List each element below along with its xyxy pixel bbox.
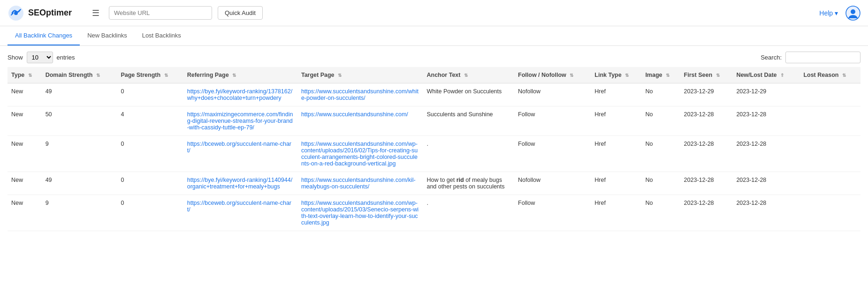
cell-link-type: Href [591, 83, 641, 106]
user-avatar-icon[interactable] [845, 6, 860, 21]
th-image[interactable]: Image ⇅ [641, 67, 680, 83]
sort-icon-type: ⇅ [28, 73, 32, 78]
table-controls: Show 10 25 50 100 entries Search: [0, 46, 868, 67]
svg-point-3 [851, 9, 855, 14]
cell-referring-page: https://bceweb.org/succulent-name-chart/ [183, 195, 297, 231]
sort-icon-linktype: ⇅ [625, 73, 629, 78]
link-target-page[interactable]: https://www.succulentsandsunshine.com/wh… [301, 88, 419, 101]
cell-follow-nofollow: Follow [514, 106, 591, 136]
cell-new-lost-date: 2023-12-28 [732, 136, 799, 172]
table-row: New90https://bceweb.org/succulent-name-c… [8, 136, 860, 172]
entries-label: entries [57, 54, 75, 61]
header-right: Help ▾ [819, 6, 860, 21]
link-target-page[interactable]: https://www.succulentsandsunshine.com/ [301, 111, 408, 118]
th-follow-nofollow[interactable]: Follow / Nofollow ⇅ [514, 67, 591, 83]
cell-new-lost-date: 2023-12-29 [732, 83, 799, 106]
cell-image: No [641, 136, 680, 172]
th-lost-reason[interactable]: Lost Reason ⇅ [799, 67, 860, 83]
sort-icon-ds: ⇅ [96, 73, 100, 78]
th-referring-page[interactable]: Referring Page ⇅ [183, 67, 297, 83]
show-label: Show [8, 54, 23, 61]
link-referring-page[interactable]: https://bye.fyi/keyword-ranking/1378162/… [187, 88, 292, 101]
hamburger-button[interactable]: ☰ [88, 6, 103, 20]
th-new-lost-date[interactable]: New/Lost Date ⇑ [732, 67, 799, 83]
cell-follow-nofollow: Nofollow [514, 172, 591, 195]
cell-target-page: https://www.succulentsandsunshine.com/ [297, 106, 423, 136]
cell-type: New [8, 106, 42, 136]
th-page-strength[interactable]: Page Strength ⇅ [117, 67, 183, 83]
link-target-page[interactable]: https://www.succulentsandsunshine.com/wp… [301, 200, 419, 226]
cell-domain-strength: 9 [42, 195, 117, 231]
cell-type: New [8, 83, 42, 106]
cell-first-seen: 2023-12-29 [680, 83, 733, 106]
cell-target-page: https://www.succulentsandsunshine.com/wp… [297, 195, 423, 231]
link-referring-page[interactable]: https://bceweb.org/succulent-name-chart/ [187, 141, 291, 154]
tab-all-backlink-changes[interactable]: All Backlink Changes [8, 26, 80, 45]
th-anchor-text[interactable]: Anchor Text ⇅ [423, 67, 514, 83]
cell-image: No [641, 106, 680, 136]
th-domain-strength[interactable]: Domain Strength ⇅ [42, 67, 117, 83]
cell-type: New [8, 195, 42, 231]
cell-first-seen: 2023-12-28 [680, 136, 733, 172]
link-referring-page[interactable]: https://bye.fyi/keyword-ranking/1140944/… [187, 177, 292, 190]
cell-anchor-text: Succulents and Sunshine [423, 106, 514, 136]
sort-icon-newlost: ⇑ [780, 73, 784, 78]
th-link-type[interactable]: Link Type ⇅ [591, 67, 641, 83]
cell-link-type: Href [591, 172, 641, 195]
cell-page-strength: 0 [117, 195, 183, 231]
seoptimer-logo-icon [8, 5, 24, 22]
logo-area: SEOptimer [8, 5, 83, 22]
th-type[interactable]: Type ⇅ [8, 67, 42, 83]
sort-icon-image: ⇅ [666, 73, 670, 78]
search-input[interactable] [785, 52, 860, 63]
entries-select[interactable]: 10 25 50 100 [27, 52, 53, 63]
cell-lost-reason [799, 195, 860, 231]
cell-referring-page: https://maximizingecommerce.com/finding-… [183, 106, 297, 136]
cell-page-strength: 0 [117, 172, 183, 195]
cell-link-type: Href [591, 136, 641, 172]
cell-domain-strength: 9 [42, 136, 117, 172]
cell-domain-strength: 49 [42, 83, 117, 106]
cell-link-type: Href [591, 195, 641, 231]
tab-lost-backlinks[interactable]: Lost Backlinks [135, 26, 189, 45]
link-target-page[interactable]: https://www.succulentsandsunshine.com/wp… [301, 141, 418, 167]
svg-point-1 [14, 11, 18, 15]
table-body: New490https://bye.fyi/keyword-ranking/13… [8, 83, 860, 231]
cell-lost-reason [799, 136, 860, 172]
cell-first-seen: 2023-12-28 [680, 172, 733, 195]
cell-page-strength: 0 [117, 83, 183, 106]
quick-audit-button[interactable]: Quick Audit [218, 6, 263, 20]
sort-icon-lostreason: ⇅ [842, 73, 846, 78]
cell-first-seen: 2023-12-28 [680, 195, 733, 231]
cell-type: New [8, 136, 42, 172]
cell-page-strength: 4 [117, 106, 183, 136]
sort-icon-tp: ⇅ [338, 73, 342, 78]
cell-referring-page: https://bye.fyi/keyword-ranking/1140944/… [183, 172, 297, 195]
header: SEOptimer ☰ Quick Audit Help ▾ [0, 0, 868, 26]
sort-icon-anchor: ⇅ [464, 73, 468, 78]
sort-icon-rp: ⇅ [232, 73, 236, 78]
table-row: New490https://bye.fyi/keyword-ranking/11… [8, 172, 860, 195]
sort-icon-ps: ⇅ [164, 73, 168, 78]
cell-first-seen: 2023-12-28 [680, 106, 733, 136]
th-first-seen[interactable]: First Seen ⇅ [680, 67, 733, 83]
cell-image: No [641, 195, 680, 231]
link-target-page[interactable]: https://www.succulentsandsunshine.com/ki… [301, 177, 416, 190]
cell-image: No [641, 83, 680, 106]
cell-lost-reason [799, 106, 860, 136]
cell-target-page: https://www.succulentsandsunshine.com/ki… [297, 172, 423, 195]
cell-type: New [8, 172, 42, 195]
cell-lost-reason [799, 172, 860, 195]
cell-new-lost-date: 2023-12-28 [732, 195, 799, 231]
cell-referring-page: https://bceweb.org/succulent-name-chart/ [183, 136, 297, 172]
cell-referring-page: https://bye.fyi/keyword-ranking/1378162/… [183, 83, 297, 106]
backlinks-table-wrap: Type ⇅ Domain Strength ⇅ Page Strength ⇅… [0, 67, 868, 231]
tab-new-backlinks[interactable]: New Backlinks [80, 26, 135, 45]
link-referring-page[interactable]: https://maximizingecommerce.com/finding-… [187, 111, 293, 131]
url-input[interactable] [109, 6, 212, 20]
link-referring-page[interactable]: https://bceweb.org/succulent-name-chart/ [187, 200, 291, 213]
help-button[interactable]: Help ▾ [819, 9, 838, 17]
th-target-page[interactable]: Target Page ⇅ [297, 67, 423, 83]
cell-follow-nofollow: Nofollow [514, 83, 591, 106]
cell-follow-nofollow: Follow [514, 195, 591, 231]
